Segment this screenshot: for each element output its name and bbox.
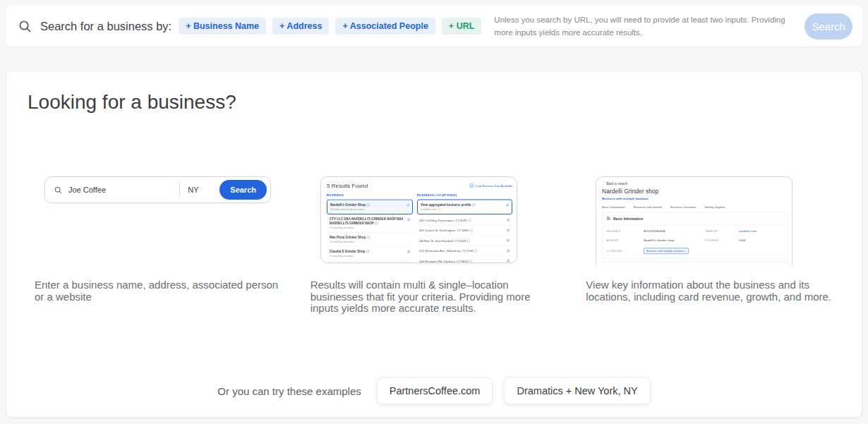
result-business-sub: 1 matching location: [330, 241, 404, 244]
result-business-name: Nardelli's Grinder Shopi: [330, 203, 404, 207]
info-icon: i: [469, 260, 472, 263]
detail-tab: Identity Signals: [705, 205, 725, 209]
mini-search-location: NY: [180, 186, 219, 194]
result-business-row: Max Pizza Grinder Shopi1 matching locati…: [327, 232, 413, 246]
multiple-locations-link: Business with multiple locations: [602, 197, 788, 200]
onboarding-steps: Joe Coffee NY Search Enter a business na…: [35, 176, 833, 315]
check-icon: ✓: [506, 249, 510, 253]
step-caption: Results will contain multi & single–loca…: [311, 279, 558, 315]
aggregated-profile-card: View aggregated business profilei nardel…: [417, 200, 512, 215]
result-location-row: 515 Watertown Ave, Waterbury, CT 6708i✓: [417, 246, 512, 256]
mini-results-screenshot: 5 Results Found ✓ Card Revenue Data Avai…: [320, 176, 517, 263]
result-business-row: Claudia S Grinder Shopi1 matching locati…: [327, 246, 413, 260]
result-business-row: Nardelli's Grinder ShopiMultiple matchin…: [327, 200, 413, 215]
info-icon: i: [469, 229, 473, 233]
result-location-row: 401 Queen St, Southington, CT 6489i✓: [417, 225, 512, 236]
result-business-name: Claudia S Grinder Shopi: [330, 250, 404, 254]
results-count: 5 Results Found: [327, 183, 368, 189]
chip-url[interactable]: + URL: [442, 18, 481, 35]
result-business-name: CTV LLC DBA NARDELLI'S GRINDER SHOP DBA …: [330, 217, 404, 225]
search-by-label: Search for a business by:: [40, 20, 171, 33]
business-column-header: BUSINESS: [327, 193, 413, 197]
info-icon: i: [472, 203, 476, 207]
detail-field-value: 2004: [739, 238, 783, 242]
detail-field-label: ENIGMA ID: [607, 230, 644, 233]
results-business-list: Nardelli's Grinder ShopiMultiple matchin…: [327, 200, 413, 264]
check-icon: ✓: [506, 229, 510, 233]
business-name-title: Nardelli Grinder shop: [602, 188, 788, 195]
chip-business-name[interactable]: + Business Name: [179, 18, 266, 35]
detail-field-label: FOUNDED: [706, 238, 740, 241]
result-business-row: CTV LLC DBA NARDELLI'S GRINDER SHOP DBA …: [327, 214, 413, 232]
check-icon: ✓: [406, 203, 410, 207]
locations-column-header: BUSINESS LOCATION(S): [417, 193, 512, 197]
detail-tab: Basic Information: [602, 205, 625, 209]
info-icon: i: [366, 203, 370, 207]
example-dramatics-button[interactable]: Dramatics + New York, NY: [504, 377, 650, 404]
detail-tab: Business Locations: [670, 205, 697, 209]
result-location-address: 515 Watertown Ave, Waterbury, CT 6708: [419, 249, 474, 253]
detail-field-value: Business with multiple locations +: [644, 247, 706, 254]
detail-field-label: ALIASES: [607, 238, 644, 241]
next-card-cutoff: [602, 262, 788, 266]
magnifier-icon: [54, 186, 62, 194]
chip-address[interactable]: + Address: [272, 18, 329, 35]
results-location-list: 345 Colt Hwy, Farmington, CT 6032i✓401 Q…: [417, 215, 512, 263]
chip-associated-people[interactable]: + Associated People: [335, 18, 435, 35]
info-icon: i: [438, 208, 442, 212]
info-icon: i: [375, 222, 378, 225]
check-icon: ✓: [406, 250, 411, 254]
result-business-sub: 1 matching location: [330, 226, 404, 230]
search-illustration: Joe Coffee NY Search: [35, 176, 282, 279]
top-search-bar: Search for a business by: + Business Nam…: [6, 6, 862, 47]
result-business-name: Max Pizza Grinder Shopi: [330, 236, 404, 240]
result-business-sub: Multiple matching locations: [330, 208, 404, 212]
looking-for-business-card: Looking for a business? Joe Coffee NY Se…: [6, 71, 862, 418]
aggregated-profile-title: View aggregated business profilei: [421, 203, 503, 207]
detail-illustration: ← Back to search Nardelli Grinder shop B…: [586, 176, 833, 279]
step-detail: ← Back to search Nardelli Grinder shop B…: [586, 176, 833, 315]
step-caption: View key information about the business …: [586, 279, 833, 303]
search-button[interactable]: Search: [804, 13, 852, 40]
result-location-row: 1A Main St, East Hartford, CT 6118i✓: [417, 236, 512, 246]
card-revenue-toggle: ✓ Card Revenue Data Available: [470, 184, 512, 188]
detail-field-label: LOCATIONS: [607, 249, 644, 252]
info-icon: i: [474, 250, 478, 253]
result-business-row: Patsy S Grinder Shopi✓: [327, 260, 413, 263]
results-illustration: 5 Results Found ✓ Card Revenue Data Avai…: [311, 176, 558, 279]
detail-field-value: nardellis.com: [739, 229, 783, 233]
back-to-search-link: ← Back to search: [602, 182, 788, 186]
building-icon: [607, 217, 611, 222]
detail-field-value: Nardelli's Grinder shop: [644, 238, 706, 242]
search-helper-text: Unless you search by URL, you will need …: [494, 13, 804, 39]
result-location-address: 1A Main St, East Hartford, CT 6118: [419, 239, 466, 243]
back-arrow-icon: ←: [602, 182, 605, 186]
checkbox-icon: ✓: [470, 184, 474, 188]
basic-information-title: Basic Information: [613, 217, 643, 221]
result-business-sub: 1 matching location: [330, 255, 404, 258]
check-icon: ✓: [506, 259, 510, 263]
search-input-chips: + Business Name + Address + Associated P…: [179, 18, 481, 35]
examples-row: Or you can try these examples PartnersCo…: [6, 377, 862, 404]
basic-information-fields: ENIGMA IDBO0231684d5AWEBSITEnardellis.co…: [603, 225, 788, 258]
info-icon: i: [468, 219, 471, 222]
example-partnerscoffee-button[interactable]: PartnersCoffee.com: [377, 377, 493, 404]
mini-search-bar: Joe Coffee NY Search: [44, 176, 271, 203]
result-location-address: 401 Queen St, Southington, CT 6489: [419, 229, 469, 232]
search-icon: [18, 20, 32, 33]
locations-chip: Business with multiple locations +: [644, 248, 689, 255]
result-location-address: 345 Colt Hwy, Farmington, CT 6032: [419, 219, 466, 222]
step-results: 5 Results Found ✓ Card Revenue Data Avai…: [311, 176, 558, 315]
check-icon: ✓: [505, 203, 510, 207]
mini-detail-screenshot: ← Back to search Nardelli Grinder shop B…: [596, 176, 792, 266]
mini-search-query: Joe Coffee: [68, 186, 179, 194]
info-icon: i: [366, 250, 370, 253]
check-icon: ✓: [506, 238, 510, 243]
step-caption: Enter a business name, address, associat…: [35, 279, 282, 303]
result-location-address: 100 Newtown Rd, Danbury, CT 6810: [419, 260, 468, 263]
result-location-row: 345 Colt Hwy, Farmington, CT 6032i✓: [417, 215, 512, 225]
check-icon: ✓: [406, 218, 411, 222]
result-location-row: 100 Newtown Rd, Danbury, CT 6810i✓: [417, 256, 512, 264]
aggregated-profile-domain: nardellis.comi: [421, 208, 503, 212]
mini-search-button: Search: [219, 180, 267, 200]
